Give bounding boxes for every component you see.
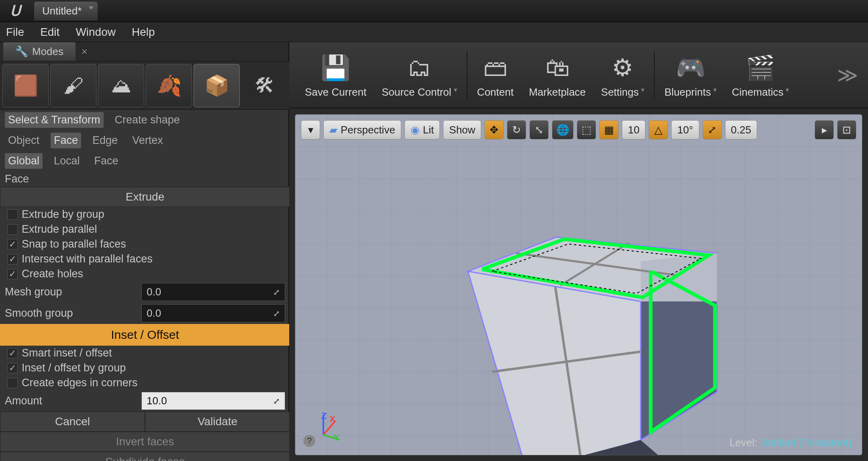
translate-gizmo-button[interactable]: ✥ [484,120,504,139]
chk-extrude-parallel[interactable] [7,224,18,235]
menu-file[interactable]: File [6,26,24,39]
subdivide-faces-button[interactable]: Subdivide faces [0,452,290,461]
maximize-viewport-button[interactable]: ⊡ [837,120,856,139]
title-tab[interactable]: Untitled* [34,2,98,20]
save-current-button[interactable]: 💾Save Current [299,48,372,102]
toolbar-overflow-icon[interactable]: ≫ [837,64,858,87]
blueprints-button[interactable]: 🎮Blueprints▾ [659,48,722,102]
settings-button[interactable]: ⚙Settings▾ [595,48,650,102]
lbl-create-holes: Create holes [22,268,83,280]
perspective-icon: ▰ [329,124,337,136]
chevron-down-icon: ▾ [713,86,717,98]
space-face[interactable]: Face [91,153,122,169]
expand-icon: ⤢ [273,396,280,406]
menu-help[interactable]: Help [132,26,155,39]
marketplace-button[interactable]: 🛍Marketplace [523,48,592,102]
validate-button[interactable]: Validate [145,412,290,432]
mesh-cube [412,215,725,455]
unreal-logo-icon: 𝖴 [0,0,30,22]
rotate-gizmo-button[interactable]: ↻ [507,120,526,139]
landscape-mode-icon[interactable]: ⛰ [98,64,144,107]
face-section-header: Face [0,171,290,187]
modes-tab-bar: 🔧 Modes × [0,42,288,61]
chk-extrude-group[interactable] [7,209,18,220]
scale-snap-value[interactable]: 0.25 [725,120,758,139]
gear-icon: ⚙ [606,51,640,84]
mesh-edit-mode-icon[interactable]: 📦 [194,64,240,107]
scale-gizmo-button[interactable]: ⤡ [529,120,549,139]
sel-face[interactable]: Face [51,133,81,148]
input-mesh-group[interactable]: 0.0⤢ [141,283,285,301]
chk-create-holes[interactable] [7,269,18,279]
scale-snap-button[interactable]: ⤢ [703,120,722,139]
lbl-smooth-group: Smooth group [5,307,141,320]
lbl-extrude-parallel: Extrude parallel [22,223,97,236]
space-row: Global Local Face [0,151,290,171]
lbl-snap-parallel: Snap to parallel faces [22,238,126,250]
main-toolbar: 💾Save Current 🗂Source Control▾ 🗃Content … [289,42,868,109]
lit-button[interactable]: ◉Lit [404,120,440,139]
lbl-extrude-group: Extrude by group [22,208,104,221]
modes-tab[interactable]: 🔧 Modes × [3,42,76,61]
blueprints-icon: 🎮 [674,51,708,84]
chevron-down-icon: ▾ [786,86,789,98]
angle-snap-value[interactable]: 10° [671,120,699,139]
chk-snap-parallel[interactable] [7,239,18,250]
extrude-button[interactable]: Extrude [0,187,290,207]
chk-inset-group[interactable] [7,363,18,373]
tools-mode-icon[interactable]: 🛠 [241,64,288,107]
content-icon: 🗃 [478,51,513,84]
sel-object[interactable]: Object [5,133,43,148]
save-icon: 💾 [319,51,353,84]
expand-icon: ⤢ [273,287,280,297]
world-local-toggle[interactable]: 🌐 [552,120,574,139]
level-label: Level: Untitled (Persistent) [729,436,852,449]
paint-mode-icon[interactable]: 🖌 [50,64,96,107]
axis-gizmo[interactable]: ZXY [313,411,345,443]
source-control-icon: 🗂 [402,51,436,84]
chevron-down-icon: ▾ [454,86,457,98]
space-global[interactable]: Global [5,153,43,169]
place-mode-icon[interactable]: 🟫 [2,64,49,107]
chevron-down-icon: ▾ [641,86,644,98]
modes-panel: 🔧 Modes × 🟫 🖌 ⛰ 🍂 📦 🛠 Select & Transform… [0,42,289,461]
close-icon[interactable]: × [82,45,88,58]
title-bar: 𝖴 Untitled* [0,0,868,22]
menu-window[interactable]: Window [76,26,116,39]
space-local[interactable]: Local [51,153,83,169]
modes-icon: 🔧 [15,45,28,58]
input-smooth-group[interactable]: 0.0⤢ [141,304,285,322]
source-control-button[interactable]: 🗂Source Control▾ [376,48,462,102]
sel-vertex[interactable]: Vertex [129,133,166,148]
lbl-smart-inset: Smart inset / offset [22,347,112,359]
chk-smart-inset[interactable] [7,348,18,359]
grid-snap-button[interactable]: ▦ [599,120,619,139]
menu-edit[interactable]: Edit [40,26,59,39]
level-name: Untitled (Persistent) [760,436,852,449]
chk-intersect-parallel[interactable] [7,254,18,264]
invert-faces-button[interactable]: Invert faces [0,432,290,452]
marketplace-icon: 🛍 [540,51,574,84]
grid-snap-value[interactable]: 10 [622,120,645,139]
perspective-button[interactable]: ▰Perspective [323,120,401,139]
viewport[interactable]: ▾ ▰Perspective ◉Lit Show ✥ ↻ ⤡ 🌐 ⬚ ▦ 10 … [295,114,862,455]
cinematics-button[interactable]: 🎬Cinematics▾ [726,48,795,102]
viewport-options-button[interactable]: ▾ [301,120,320,139]
viewport-toolbar: ▾ ▰Perspective ◉Lit Show ✥ ↻ ⤡ 🌐 ⬚ ▦ 10 … [301,120,856,139]
inset-offset-button[interactable]: Inset / Offset [0,324,290,346]
menu-bar: File Edit Window Help [0,22,868,42]
input-amount[interactable]: 10.0⤢ [141,392,285,410]
cancel-button[interactable]: Cancel [0,412,145,432]
help-icon[interactable]: ? [303,435,315,447]
angle-snap-button[interactable]: △ [649,120,668,139]
sel-edge[interactable]: Edge [89,133,121,148]
foliage-mode-icon[interactable]: 🍂 [146,64,192,107]
tab-select-transform[interactable]: Select & Transform [5,112,104,128]
mode-icon-row: 🟫 🖌 ⛰ 🍂 📦 🛠 [0,61,290,110]
show-button[interactable]: Show [443,120,481,139]
chk-create-edges[interactable] [7,378,18,388]
camera-speed-button[interactable]: ▸ [815,120,834,139]
tab-create-shape[interactable]: Create shape [112,112,183,128]
content-button[interactable]: 🗃Content [472,48,519,102]
surface-snap-button[interactable]: ⬚ [577,120,596,139]
